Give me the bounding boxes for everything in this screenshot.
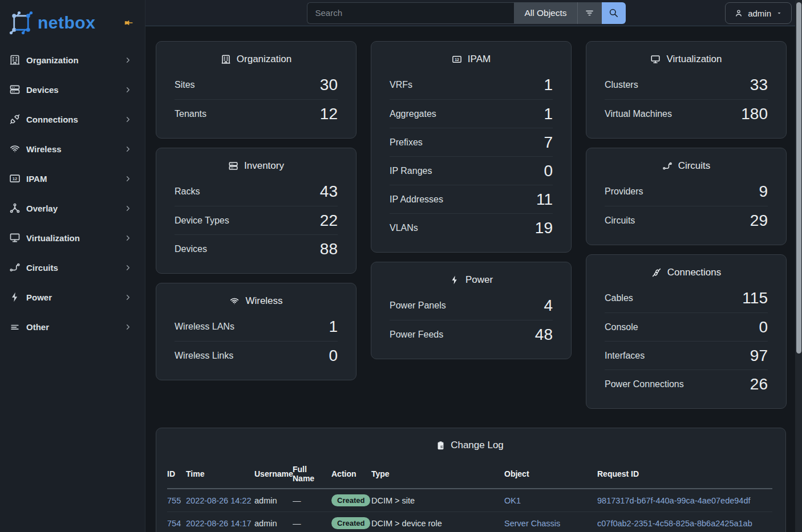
stat-label[interactable]: Circuits — [605, 216, 635, 226]
stat-value: 88 — [320, 240, 338, 258]
stat-value: 26 — [750, 375, 768, 393]
user-menu-button[interactable]: admin — [725, 2, 792, 24]
stat-row[interactable]: Console 0 — [605, 312, 768, 341]
pin-sidebar-icon[interactable] — [123, 17, 135, 29]
stat-row[interactable]: VRFs 1 — [390, 71, 553, 99]
search-submit-button[interactable] — [602, 2, 626, 24]
stat-label[interactable]: Tenants — [175, 109, 206, 119]
stat-label[interactable]: Device Types — [175, 216, 229, 226]
sidebar-item-ipam[interactable]: IPAM — [0, 164, 145, 193]
search-input[interactable] — [307, 2, 514, 24]
stat-value: 7 — [544, 133, 553, 152]
stat-label[interactable]: Clusters — [605, 80, 638, 90]
sidebar-item-label: Overlay — [26, 204, 58, 213]
stat-label[interactable]: Sites — [175, 80, 195, 90]
logo[interactable]: netbox — [0, 0, 145, 45]
stat-row[interactable]: Power Connections 26 — [605, 369, 768, 398]
sidebar-item-label: Other — [26, 322, 49, 332]
stat-label[interactable]: Power Connections — [605, 379, 684, 389]
stat-row[interactable]: Aggregates 1 — [390, 99, 553, 128]
table-row: 7552022-08-26 14:22admin—CreatedDCIM > s… — [167, 489, 772, 512]
stat-label[interactable]: Racks — [175, 186, 200, 197]
sidebar-item-power[interactable]: Power — [0, 282, 145, 312]
filter-icon — [584, 7, 595, 18]
stat-label[interactable]: Console — [605, 322, 638, 332]
changelog-id-link[interactable]: 755 — [167, 496, 181, 505]
stat-row[interactable]: Device Types 22 — [175, 206, 338, 234]
card-organization: Organization Sites 30 Tenants 12 — [156, 41, 357, 139]
stat-label[interactable]: VRFs — [390, 80, 412, 90]
stat-label[interactable]: Power Panels — [390, 300, 446, 311]
card-ipam: IPAM VRFs 1 Aggregates 1 Prefixes 7 IP R… — [371, 41, 572, 253]
stat-value: 97 — [750, 347, 768, 365]
stat-row[interactable]: IP Addresses 11 — [390, 185, 553, 213]
dashboard: Organization Sites 30 Tenants 12 Invento… — [145, 0, 802, 532]
stat-label[interactable]: Virtual Machines — [605, 109, 672, 119]
stat-label[interactable]: Wireless Links — [175, 351, 233, 361]
user-icon — [734, 9, 743, 18]
stat-label[interactable]: Interfaces — [605, 351, 645, 361]
stat-row[interactable]: Prefixes 7 — [390, 128, 553, 156]
stat-row[interactable]: Wireless LANs 1 — [175, 312, 338, 341]
stat-label[interactable]: Prefixes — [390, 137, 423, 148]
stat-label[interactable]: Providers — [605, 186, 643, 197]
changelog-request-id-link[interactable]: c07f0ab2-2351-4c58-825a-8b6a2425a1ab — [597, 519, 752, 528]
stat-row[interactable]: Wireless Links 0 — [175, 341, 338, 369]
building-icon — [221, 54, 231, 64]
stat-label[interactable]: Power Feeds — [390, 330, 443, 340]
plug-icon — [9, 113, 21, 125]
card-title: Circuits — [605, 156, 768, 177]
sidebar-item-virtualization[interactable]: Virtualization — [0, 223, 145, 253]
search-scope-dropdown[interactable]: All Objects — [514, 2, 577, 24]
sidebar-item-connections[interactable]: Connections — [0, 104, 145, 134]
changelog-time-link[interactable]: 2022-08-26 14:22 — [186, 496, 252, 505]
changelog-request-id-link[interactable]: 9817317d-b67f-440a-99ca-4ae07ede94df — [597, 496, 750, 505]
stat-row[interactable]: Providers 9 — [605, 177, 768, 206]
stat-row[interactable]: Devices 88 — [175, 234, 338, 263]
stat-label[interactable]: IP Ranges — [390, 166, 432, 176]
stat-value: 1 — [544, 105, 553, 123]
changelog-time-link[interactable]: 2022-08-26 14:17 — [186, 519, 252, 528]
window-scrollbar — [795, 0, 802, 532]
stat-row[interactable]: Power Panels 4 — [390, 291, 553, 320]
stat-label[interactable]: VLANs — [390, 223, 418, 233]
scrollbar-thumb[interactable] — [796, 2, 801, 354]
stat-row[interactable]: Sites 30 — [175, 71, 338, 99]
sidebar-item-wireless[interactable]: Wireless — [0, 134, 145, 164]
stat-row[interactable]: Circuits 29 — [605, 206, 768, 234]
sidebar-item-overlay[interactable]: Overlay — [0, 193, 145, 223]
sidebar-item-other[interactable]: Other — [0, 312, 145, 342]
stat-row[interactable]: Interfaces 97 — [605, 341, 768, 369]
stat-row[interactable]: Cables 115 — [605, 284, 768, 312]
changelog-object-link[interactable]: OK1 — [504, 496, 521, 505]
sidebar-item-circuits[interactable]: Circuits — [0, 253, 145, 282]
card-virtualization: Virtualization Clusters 33 Virtual Machi… — [586, 41, 787, 139]
changelog-title: Change Log — [167, 435, 772, 460]
stat-row[interactable]: VLANs 19 — [390, 213, 553, 242]
stat-label[interactable]: IP Addresses — [390, 194, 443, 205]
stat-row[interactable]: Tenants 12 — [175, 99, 338, 128]
stat-label[interactable]: Cables — [605, 293, 633, 303]
stat-label[interactable]: Devices — [175, 244, 207, 254]
changelog-fullname: — — [293, 519, 301, 528]
stat-label[interactable]: Aggregates — [390, 109, 436, 119]
global-search: All Objects — [307, 2, 625, 24]
stat-row[interactable]: Racks 43 — [175, 177, 338, 206]
col-header-time: Time — [186, 460, 254, 489]
changelog-id-link[interactable]: 754 — [167, 519, 181, 528]
sidebar-item-organization[interactable]: Organization — [0, 45, 145, 75]
stat-label[interactable]: Wireless LANs — [175, 322, 234, 332]
search-icon — [608, 7, 619, 18]
changelog-object-link[interactable]: Server Chassis — [504, 519, 560, 528]
stat-row[interactable]: IP Ranges 0 — [390, 156, 553, 185]
sidebar-item-label: Virtualization — [26, 233, 80, 243]
transit-icon — [662, 161, 673, 171]
sidebar-item-devices[interactable]: Devices — [0, 75, 145, 104]
stat-row[interactable]: Virtual Machines 180 — [605, 99, 768, 128]
search-filter-button[interactable] — [577, 2, 602, 24]
stat-value: 180 — [741, 105, 768, 123]
stat-row[interactable]: Power Feeds 48 — [390, 320, 553, 348]
counter-icon — [452, 54, 462, 64]
table-row: 7542022-08-26 14:17admin—CreatedDCIM > d… — [167, 512, 772, 532]
stat-row[interactable]: Clusters 33 — [605, 71, 768, 99]
